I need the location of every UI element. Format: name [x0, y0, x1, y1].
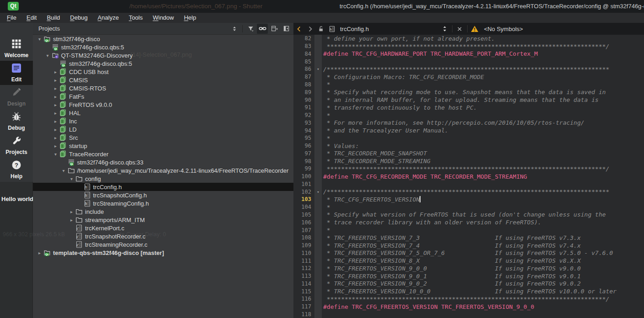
- code-line-93[interactable]: 93 * For more information, see http://pe…: [293, 119, 644, 127]
- tree-row[interactable]: Qtstm32f746g-disco.qbs:5: [33, 59, 293, 68]
- menu-help[interactable]: Help: [179, 13, 201, 23]
- fold-marker-icon[interactable]: ▾: [314, 190, 322, 194]
- code-line-114[interactable]: 114 * TRC_FREERTOS_VERSION_9_0_2 If usin…: [293, 280, 644, 288]
- code-line-95[interactable]: 95 *: [293, 134, 644, 142]
- mode-item-design[interactable]: Design: [0, 85, 33, 109]
- close-panel-icon[interactable]: [281, 24, 292, 34]
- filter-icon[interactable]: [245, 24, 256, 34]
- code-line-99[interactable]: 99 *************************************…: [293, 165, 644, 173]
- document-dropdown-icon[interactable]: [439, 23, 450, 34]
- tree-row[interactable]: ▸FreRTOS v9.0.0: [33, 101, 293, 109]
- mode-item-help[interactable]: ?Help: [0, 158, 33, 182]
- code-line-107[interactable]: 107 *: [293, 226, 644, 234]
- tree-row[interactable]: ▾/home/user/jedi_way_mcu/Tracealyzer-4.2…: [33, 166, 293, 175]
- expand-arrow-icon[interactable]: ▸: [36, 250, 43, 255]
- code-line-98[interactable]: 98 * TRC_RECORDER_MODE_STREAMING: [293, 157, 644, 165]
- tree-row[interactable]: ▸Src: [33, 133, 293, 142]
- code-line-112[interactable]: 112 * TRC_FREERTOS_VERSION_9_0_0 If usin…: [293, 265, 644, 272]
- tree-row[interactable]: ▸FatFs: [33, 92, 293, 101]
- tree-row[interactable]: ▸LD: [33, 125, 293, 133]
- tree-row[interactable]: htrcStreamingConfig.h: [33, 199, 293, 207]
- expand-arrow-icon[interactable]: ▸: [52, 94, 59, 99]
- code-line-110[interactable]: 110 * TRC_FREERTOS_VERSION_7_5_OR_7_6 If…: [293, 249, 644, 257]
- expand-arrow-icon[interactable]: ▸: [68, 209, 75, 214]
- collapse-arrow-icon[interactable]: ▾: [36, 37, 43, 42]
- code-area[interactable]: 82 * define your own port, if not alread…: [293, 35, 644, 318]
- code-line-91[interactable]: 91 * transferred continuously to the hos…: [293, 104, 644, 111]
- code-line-92[interactable]: 92 *: [293, 111, 644, 119]
- tree-row[interactable]: ▸include: [33, 207, 293, 216]
- code-line-94[interactable]: 94 * and the Tracealyzer User Manual.: [293, 127, 644, 134]
- code-editor[interactable]: h trcConfig.h <No Symbols> 82 * define y…: [293, 23, 644, 318]
- expand-arrow-icon[interactable]: ▸: [52, 86, 59, 91]
- code-line-96[interactable]: 96 * Values:: [293, 142, 644, 150]
- expand-arrow-icon[interactable]: ▸: [52, 78, 59, 83]
- tree-row[interactable]: ▸CMSIS-RTOS: [33, 84, 293, 92]
- mode-item-debug[interactable]: Debug: [0, 109, 33, 133]
- tree-row[interactable]: Qtstm32f746g-disco.qbs:5: [33, 43, 293, 51]
- mode-item-welcome[interactable]: Welcome: [0, 37, 33, 61]
- link-editor-icon[interactable]: [257, 24, 268, 34]
- code-line-115[interactable]: 115 * TRC_FREERTOS_VERSION_10_0_0 If usi…: [293, 287, 644, 295]
- close-document-icon[interactable]: [454, 23, 465, 34]
- code-line-100[interactable]: 100#define TRC_CFG_RECORDER_MODE TRC_REC…: [293, 173, 644, 180]
- expand-arrow-icon[interactable]: ▸: [52, 111, 59, 116]
- menu-window[interactable]: Window: [148, 13, 179, 23]
- code-line-88[interactable]: 88 *: [293, 81, 644, 89]
- tree-row[interactable]: ▸HAL: [33, 109, 293, 117]
- forward-chevron-icon[interactable]: [304, 23, 315, 34]
- tree-row[interactable]: ▸startup: [33, 142, 293, 150]
- menu-edit[interactable]: Edit: [21, 13, 42, 23]
- back-chevron-icon[interactable]: [293, 23, 304, 34]
- code-line-104[interactable]: 104 *: [293, 203, 644, 211]
- expand-arrow-icon[interactable]: ▸: [52, 119, 59, 124]
- code-line-117[interactable]: 117#define TRC_CFG_FREERTOS_VERSION TRC_…: [293, 303, 644, 311]
- code-line-116[interactable]: 116 ************************************…: [293, 295, 644, 303]
- tree-row[interactable]: htrcSnapshotConfig.h: [33, 191, 293, 199]
- tree-row[interactable]: ▸streamports/ARM_ITM: [33, 216, 293, 224]
- menu-debug[interactable]: Debug: [65, 13, 92, 23]
- open-document-title[interactable]: trcConfig.h: [337, 26, 372, 32]
- code-line-83[interactable]: 83 *************************************…: [293, 42, 644, 50]
- expand-arrow-icon[interactable]: ▸: [52, 69, 59, 74]
- menu-file[interactable]: File: [2, 13, 21, 23]
- code-line-101[interactable]: 101: [293, 180, 644, 188]
- code-line-86[interactable]: 86▾/************************************…: [293, 65, 644, 73]
- expand-arrow-icon[interactable]: ▸: [52, 102, 59, 107]
- code-line-82[interactable]: 82 * define your own port, if not alread…: [293, 35, 644, 42]
- expand-arrow-icon[interactable]: ▸: [52, 127, 59, 132]
- tree-row[interactable]: ▾config: [33, 175, 293, 183]
- expand-arrow-icon[interactable]: ▸: [68, 217, 75, 223]
- code-line-89[interactable]: 89 * Specify what recording mode to use.…: [293, 88, 644, 96]
- tree-row[interactable]: ▸Inc: [33, 117, 293, 125]
- tree-row[interactable]: Qtstm32f746g-disco.qbs:33: [33, 158, 293, 166]
- sort-icon[interactable]: [229, 24, 240, 34]
- collapse-arrow-icon[interactable]: ▾: [68, 176, 75, 181]
- code-line-90[interactable]: 90 * an internal RAM buffer, for later u…: [293, 96, 644, 104]
- tree-row[interactable]: ▸CMSIS: [33, 76, 293, 84]
- code-line-103[interactable]: 103 * TRC_CFG_FREERTOS_VERSION: [293, 196, 644, 203]
- expand-arrow-icon[interactable]: ▸: [52, 135, 59, 140]
- code-line-84[interactable]: 84#define TRC_CFG_HARDWARE_PORT TRC_HARD…: [293, 50, 644, 58]
- code-line-102[interactable]: 102▾/***********************************…: [293, 188, 644, 196]
- menu-build[interactable]: Build: [42, 13, 65, 23]
- unlocked-padlock-icon[interactable]: [315, 23, 326, 34]
- collapse-arrow-icon[interactable]: ▾: [44, 53, 52, 58]
- menu-analyze[interactable]: Analyze: [93, 13, 124, 23]
- menu-tools[interactable]: Tools: [124, 13, 148, 23]
- tree-row[interactable]: ▸Qttemplate-qbs-stm32f46g-disco [master]: [33, 249, 293, 257]
- code-line-105[interactable]: 105 * Specify what version of FreeRTOS t…: [293, 211, 644, 219]
- code-line-109[interactable]: 109 * TRC_FREERTOS_VERSION_7_4 If using …: [293, 242, 644, 249]
- code-line-85[interactable]: 85: [293, 58, 644, 65]
- collapse-arrow-icon[interactable]: ▾: [60, 168, 68, 173]
- mode-item-edit[interactable]: Edit: [0, 61, 33, 85]
- symbols-dropdown[interactable]: <No Symbols>: [480, 26, 523, 32]
- code-line-97[interactable]: 97 * TRC_RECORDER_MODE_SNAPSHOT: [293, 149, 644, 157]
- tree-row[interactable]: ▾Qtstm32f746g-disco: [33, 35, 293, 43]
- code-line-118[interactable]: 118: [293, 311, 644, 318]
- code-line-113[interactable]: 113 * TRC_FREERTOS_VERSION_9_0_1 If usin…: [293, 272, 644, 280]
- code-line-111[interactable]: 111 * TRC_FREERTOS_VERSION_8_X If using …: [293, 257, 644, 265]
- tree-row[interactable]: ▾TraceRecorder: [33, 150, 293, 158]
- mode-item-projects[interactable]: Projects: [0, 133, 33, 158]
- expand-arrow-icon[interactable]: ▸: [52, 143, 59, 148]
